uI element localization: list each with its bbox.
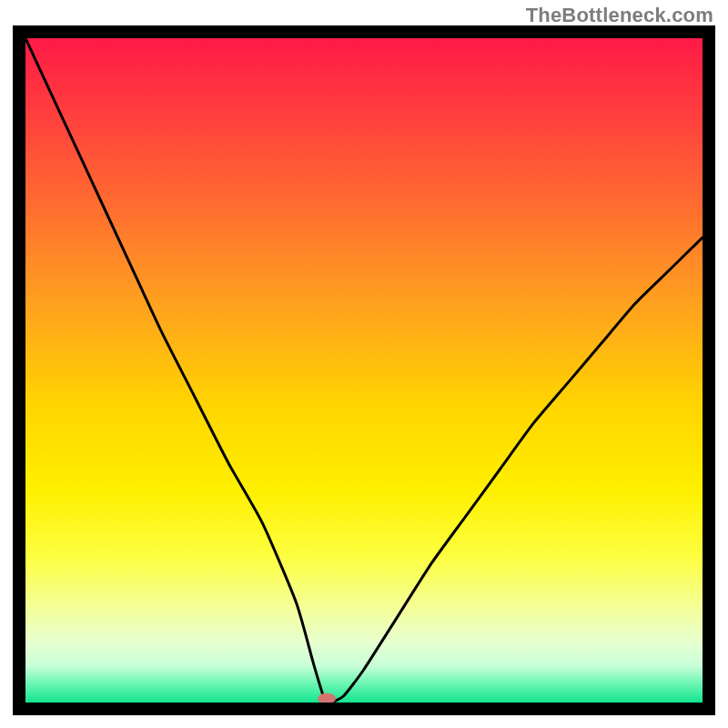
chart-container: TheBottleneck.com bbox=[0, 0, 728, 728]
notch-marker bbox=[318, 693, 336, 704]
chart-background bbox=[25, 38, 703, 703]
plot-frame bbox=[13, 25, 715, 715]
chart-svg bbox=[13, 25, 715, 715]
watermark: TheBottleneck.com bbox=[526, 4, 713, 27]
